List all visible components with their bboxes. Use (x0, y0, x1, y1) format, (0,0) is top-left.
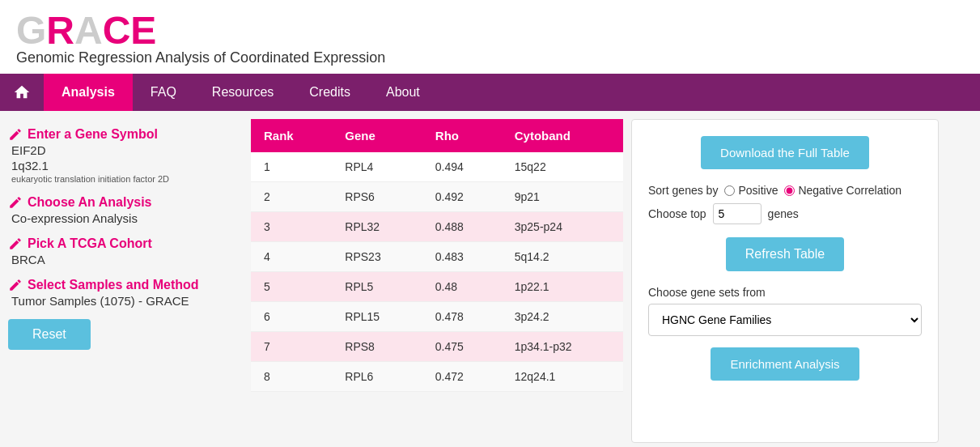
nav-about[interactable]: About (368, 74, 438, 111)
choose-analysis-label: Choose An Analysis (28, 195, 152, 210)
top-genes-input[interactable] (713, 203, 762, 224)
logo: G R A C E (16, 8, 964, 53)
cell-rank: 2 (251, 182, 332, 212)
cohort-value: BRCA (11, 253, 243, 266)
sidebar-select-samples: Select Samples and Method Tumor Samples … (8, 278, 243, 308)
nav-credits[interactable]: Credits (291, 74, 368, 111)
edit-icon-2 (8, 195, 23, 210)
edit-icon (8, 127, 23, 142)
cell-rho: 0.492 (422, 182, 502, 212)
sort-negative-radio[interactable] (784, 185, 795, 196)
cell-gene: RPL4 (332, 152, 422, 182)
cell-cytoband: 5q14.2 (502, 242, 623, 272)
gene-location: 1q32.1 (11, 159, 243, 172)
genes-label: genes (768, 207, 799, 220)
choose-top-label: Choose top (648, 207, 706, 220)
pick-cohort-link[interactable]: Pick A TCGA Cohort (8, 236, 243, 251)
cell-cytoband: 1p34.1-p32 (502, 332, 623, 362)
table-header-row: Rank Gene Rho Cytoband (251, 119, 623, 152)
logo-e: E (130, 8, 156, 53)
cell-gene: RPS6 (332, 182, 422, 212)
cell-gene: RPL5 (332, 272, 422, 302)
table-row: 6RPL150.4783p24.2 (251, 302, 623, 332)
cell-cytoband: 1p22.1 (502, 272, 623, 302)
cell-rho: 0.48 (422, 272, 502, 302)
logo-r: R (46, 8, 74, 53)
gene-sets-label: Choose gene sets from (648, 286, 922, 299)
cell-rho: 0.472 (422, 362, 502, 392)
enrichment-analysis-button[interactable]: Enrichment Analysis (711, 347, 859, 381)
table-row: 3RPL320.4883p25-p24 (251, 212, 623, 242)
col-rho: Rho (422, 119, 502, 152)
edit-icon-3 (8, 236, 23, 251)
cell-rank: 5 (251, 272, 332, 302)
sort-negative-label[interactable]: Negative Correlation (784, 184, 902, 197)
col-gene: Gene (332, 119, 422, 152)
subtitle: Genomic Regression Analysis of Coordinat… (16, 49, 964, 66)
cell-rank: 3 (251, 212, 332, 242)
enter-gene-link[interactable]: Enter a Gene Symbol (8, 127, 243, 142)
sort-positive-text: Positive (738, 184, 778, 197)
refresh-table-button[interactable]: Refresh Table (726, 237, 844, 271)
results-table: Rank Gene Rho Cytoband 1RPL40.49415q222R… (251, 119, 623, 392)
cell-cytoband: 12q24.1 (502, 362, 623, 392)
choose-top-row: Choose top genes (648, 203, 922, 224)
nav-resources[interactable]: Resources (194, 74, 291, 111)
results-table-area: Rank Gene Rho Cytoband 1RPL40.49415q222R… (251, 119, 623, 443)
reset-button[interactable]: Reset (8, 319, 91, 350)
cell-gene: RPL32 (332, 212, 422, 242)
select-samples-label: Select Samples and Method (28, 278, 199, 292)
sort-positive-radio[interactable] (724, 185, 735, 196)
table-row: 1RPL40.49415q22 (251, 152, 623, 182)
nav-faq[interactable]: FAQ (133, 74, 194, 111)
cell-rho: 0.488 (422, 212, 502, 242)
gene-sets-select[interactable]: HGNC Gene FamiliesGO Biological ProcessG… (648, 304, 922, 336)
pick-cohort-label: Pick A TCGA Cohort (28, 236, 152, 251)
choose-analysis-link[interactable]: Choose An Analysis (8, 195, 243, 210)
table-row: 8RPL60.47212q24.1 (251, 362, 623, 392)
edit-icon-4 (8, 278, 23, 292)
table-row: 2RPS60.4929p21 (251, 182, 623, 212)
gene-value: EIF2D (11, 143, 243, 157)
sort-options-row: Sort genes by Positive Negative Correlat… (648, 184, 922, 197)
cell-rank: 8 (251, 362, 332, 392)
download-table-button[interactable]: Download the Full Table (701, 136, 869, 169)
col-cytoband: Cytoband (502, 119, 623, 152)
cell-rho: 0.483 (422, 242, 502, 272)
sort-positive-label[interactable]: Positive (724, 184, 778, 197)
nav-analysis[interactable]: Analysis (44, 74, 133, 111)
sort-label: Sort genes by (648, 184, 718, 197)
cell-cytoband: 3p24.2 (502, 302, 623, 332)
select-samples-link[interactable]: Select Samples and Method (8, 278, 243, 292)
home-nav-button[interactable] (0, 74, 44, 111)
sidebar-enter-gene: Enter a Gene Symbol EIF2D 1q32.1 eukaryo… (8, 127, 243, 184)
sidebar-pick-cohort: Pick A TCGA Cohort BRCA (8, 236, 243, 266)
samples-value: Tumor Samples (1075) - GRACE (11, 294, 243, 308)
navbar: Analysis FAQ Resources Credits About (0, 74, 980, 111)
logo-g: G (16, 8, 46, 53)
logo-a: A (74, 8, 103, 53)
gene-desc: eukaryotic translation initiation factor… (11, 174, 243, 184)
header: G R A C E Genomic Regression Analysis of… (0, 0, 980, 74)
table-row: 4RPS230.4835q14.2 (251, 242, 623, 272)
cell-gene: RPL15 (332, 302, 422, 332)
cell-cytoband: 9p21 (502, 182, 623, 212)
cell-cytoband: 15q22 (502, 152, 623, 182)
sidebar: Enter a Gene Symbol EIF2D 1q32.1 eukaryo… (8, 119, 243, 443)
sidebar-choose-analysis: Choose An Analysis Co-expression Analysi… (8, 195, 243, 225)
main-content: Enter a Gene Symbol EIF2D 1q32.1 eukaryo… (0, 111, 980, 447)
sort-negative-text: Negative Correlation (798, 184, 902, 197)
cell-gene: RPL6 (332, 362, 422, 392)
table-row: 7RPS80.4751p34.1-p32 (251, 332, 623, 362)
cell-rho: 0.494 (422, 152, 502, 182)
table-row: 5RPL50.481p22.1 (251, 272, 623, 302)
cell-rho: 0.478 (422, 302, 502, 332)
enter-gene-label: Enter a Gene Symbol (28, 127, 158, 142)
right-panel: Download the Full Table Sort genes by Po… (631, 119, 939, 443)
cell-cytoband: 3p25-p24 (502, 212, 623, 242)
home-icon (13, 83, 31, 101)
cell-gene: RPS23 (332, 242, 422, 272)
col-rank: Rank (251, 119, 332, 152)
cell-rho: 0.475 (422, 332, 502, 362)
cell-rank: 1 (251, 152, 332, 182)
